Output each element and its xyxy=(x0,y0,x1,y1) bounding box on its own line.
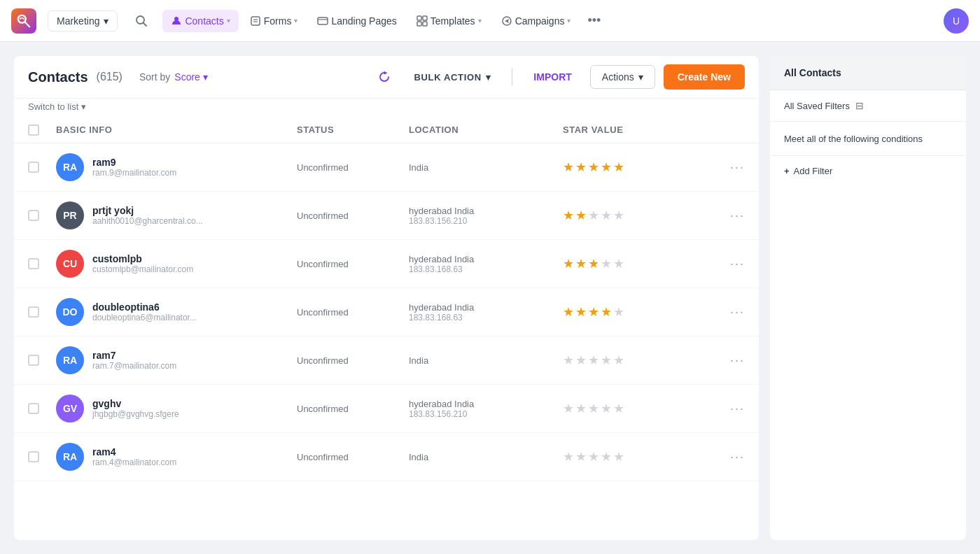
create-new-button[interactable]: Create New xyxy=(664,64,745,90)
svg-point-2 xyxy=(136,16,144,24)
actions-button[interactable]: Actions ▾ xyxy=(590,65,655,89)
row-actions-1[interactable]: ··· xyxy=(703,208,745,223)
star-1: ★ xyxy=(563,401,574,416)
create-new-label: Create New xyxy=(678,71,731,83)
row-checkbox-5[interactable] xyxy=(28,403,39,414)
row-checkbox-2[interactable] xyxy=(28,258,39,269)
star-2: ★ xyxy=(575,159,587,175)
contact-avatar-2: CU xyxy=(56,250,84,278)
row-checkbox-1[interactable] xyxy=(28,210,39,221)
marketing-dropdown[interactable]: Marketing ▾ xyxy=(48,10,118,31)
star-5: ★ xyxy=(613,159,624,175)
contact-info-1: PR prtjt yokj aahith0010@gharcentral.co.… xyxy=(56,201,297,229)
location-city-1: hyderabad India xyxy=(409,206,563,216)
contacts-table-body: RA ram9 ram.9@mailinator.com Unconfirmed… xyxy=(14,143,759,481)
add-filter-label: Add Filter xyxy=(794,166,833,176)
add-filter-section[interactable]: + Add Filter xyxy=(770,156,966,186)
star-3: ★ xyxy=(588,449,599,464)
table-row: DO doubleoptina6 doubleoptina6@mailinato… xyxy=(14,288,759,336)
star-2: ★ xyxy=(575,256,587,271)
header-status: Status xyxy=(297,125,409,136)
svg-rect-11 xyxy=(423,16,427,20)
right-panel: All Contacts All Saved Filters ⊟ Meet al… xyxy=(770,56,966,540)
contact-avatar-3: DO xyxy=(56,298,84,326)
contact-stars-1: ★★★★★ xyxy=(563,208,703,223)
row-checkbox-3[interactable] xyxy=(28,306,39,318)
nav-item-landing-pages[interactable]: Landing Pages xyxy=(309,10,405,32)
contact-name-2: customlpb xyxy=(92,253,193,264)
import-label: IMPORT xyxy=(533,71,571,83)
nav-item-forms[interactable]: Forms ▾ xyxy=(241,10,307,32)
nav-campaigns-label: Campaigns xyxy=(515,15,565,27)
star-3: ★ xyxy=(588,401,599,416)
divider xyxy=(512,69,512,85)
location-city-2: hyderabad India xyxy=(409,254,563,264)
row-actions-6[interactable]: ··· xyxy=(703,450,745,464)
contact-name-6: ram4 xyxy=(92,446,176,457)
row-actions-3[interactable]: ··· xyxy=(703,305,745,320)
row-checkbox-4[interactable] xyxy=(28,355,39,366)
location-ip-5: 183.83.156.210 xyxy=(409,409,563,419)
row-checkbox-0[interactable] xyxy=(28,162,39,173)
svg-line-1 xyxy=(25,22,29,26)
contact-status-4: Unconfirmed xyxy=(297,355,409,366)
svg-rect-8 xyxy=(318,17,328,24)
star-2: ★ xyxy=(575,353,587,368)
star-3: ★ xyxy=(588,159,599,175)
star-5: ★ xyxy=(613,353,624,368)
row-actions-4[interactable]: ··· xyxy=(703,353,745,368)
svg-rect-12 xyxy=(417,22,421,26)
contact-avatar-5: GV xyxy=(56,395,84,422)
contact-status-1: Unconfirmed xyxy=(297,211,409,221)
star-4: ★ xyxy=(601,304,612,320)
star-4: ★ xyxy=(601,449,612,464)
nav-item-templates[interactable]: Templates ▾ xyxy=(408,10,490,32)
row-actions-2[interactable]: ··· xyxy=(703,257,745,271)
top-navigation: Marketing ▾ Contacts ▾ Forms ▾ xyxy=(0,0,980,42)
saved-filters-section[interactable]: All Saved Filters ⊟ xyxy=(770,90,966,122)
row-actions-5[interactable]: ··· xyxy=(703,402,745,416)
contact-name-3: doubleoptina6 xyxy=(92,301,197,313)
nav-landing-pages-label: Landing Pages xyxy=(331,15,396,27)
nav-item-contacts[interactable]: Contacts ▾ xyxy=(162,10,238,32)
table-row: CU customlpb customlpb@mailinator.com Un… xyxy=(14,240,759,288)
table-row: RA ram9 ram.9@mailinator.com Unconfirmed… xyxy=(14,143,759,192)
bulk-action-button[interactable]: BULK ACTION ▾ xyxy=(404,66,500,88)
chevron-down-icon: ▾ xyxy=(81,101,86,112)
contact-avatar-0: RA xyxy=(56,153,84,181)
all-contacts-header: All Contacts xyxy=(770,56,966,90)
bulk-action-label: BULK ACTION xyxy=(414,72,481,83)
select-all-checkbox[interactable] xyxy=(28,125,39,136)
more-options-icon[interactable]: ••• xyxy=(582,8,606,34)
location-city-5: hyderabad India xyxy=(409,399,563,409)
row-actions-0[interactable]: ··· xyxy=(703,160,745,175)
refresh-button[interactable] xyxy=(373,66,396,88)
star-5: ★ xyxy=(613,449,624,464)
contact-name-4: ram7 xyxy=(92,350,176,361)
saved-filters-label: All Saved Filters xyxy=(784,101,850,111)
contacts-panel: Contacts (615) Sort by Score ▾ BULK ACTI… xyxy=(14,56,759,540)
star-4: ★ xyxy=(601,401,612,416)
star-2: ★ xyxy=(575,401,587,416)
contact-email-5: jhgbgb@gvghvg.sfgere xyxy=(92,409,179,419)
sort-score-dropdown[interactable]: Score ▾ xyxy=(174,71,208,83)
row-checkbox-6[interactable] xyxy=(28,451,39,462)
all-contacts-label: All Contacts xyxy=(784,67,841,78)
contact-name-1: prtjt yokj xyxy=(92,205,203,216)
nav-forms-label: Forms xyxy=(264,15,292,27)
import-button[interactable]: IMPORT xyxy=(524,66,581,88)
search-button[interactable] xyxy=(129,8,154,34)
switch-to-list[interactable]: Switch to list ▾ xyxy=(14,99,759,118)
star-5: ★ xyxy=(613,401,624,416)
star-2: ★ xyxy=(575,208,587,223)
avatar[interactable]: U xyxy=(944,8,969,34)
nav-templates-label: Templates xyxy=(430,15,475,27)
table-row: RA ram4 ram.4@mailinator.com Unconfirmed… xyxy=(14,433,759,481)
table-row: GV gvghv jhgbgb@gvghvg.sfgere Unconfirme… xyxy=(14,385,759,433)
header-location: Location xyxy=(409,125,563,136)
chevron-icon: ▾ xyxy=(227,17,230,24)
header-star-value: Star Value xyxy=(563,125,703,136)
contact-location-3: hyderabad India 183.83.168.63 xyxy=(409,302,563,322)
contact-info-6: RA ram4 ram.4@mailinator.com xyxy=(56,443,297,471)
nav-item-campaigns[interactable]: Campaigns ▾ xyxy=(493,10,580,32)
